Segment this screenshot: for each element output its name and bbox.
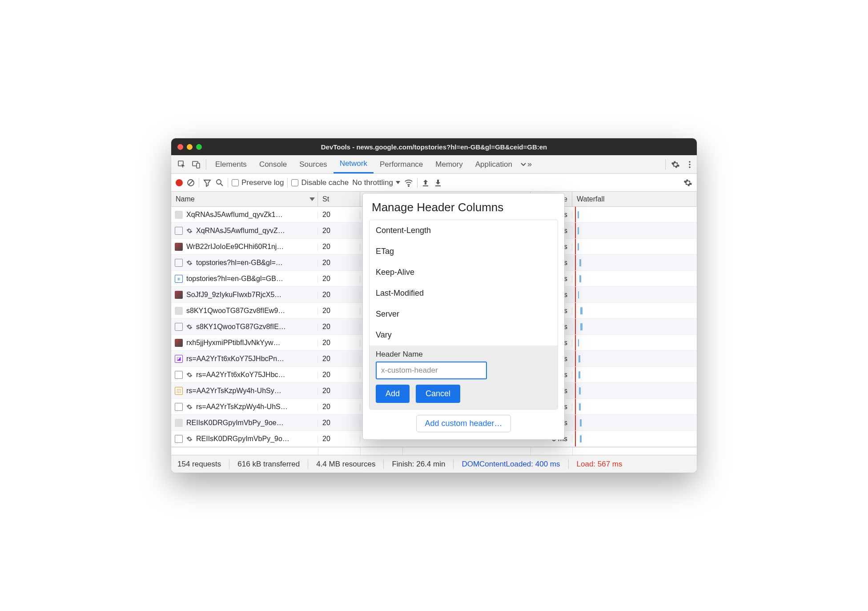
svg-point-4 [689, 164, 691, 165]
header-column-item[interactable]: Keep-Alive [370, 262, 558, 283]
disable-cache-label: Disable cache [301, 178, 349, 187]
status-transferred: 616 kB transferred [237, 460, 300, 469]
tab-application[interactable]: Application [469, 155, 518, 173]
network-settings-icon[interactable] [683, 178, 692, 187]
svg-point-7 [217, 180, 221, 184]
import-har-icon[interactable] [421, 178, 430, 187]
request-name: rs=AA2YrTt6xKoY75JHbc… [196, 371, 285, 379]
minimize-window-button[interactable] [187, 144, 193, 150]
preserve-log-checkbox[interactable]: Preserve log [232, 178, 284, 187]
request-status: 20 [318, 291, 360, 299]
outline-file-icon [175, 403, 183, 411]
tab-performance[interactable]: Performance [374, 155, 429, 173]
search-icon[interactable] [215, 178, 224, 187]
gear-icon [186, 228, 193, 234]
purple-file-icon: ◪ [175, 355, 183, 363]
waterfall-cell [572, 399, 697, 414]
waterfall-cell [572, 207, 697, 222]
kebab-menu-icon[interactable] [683, 157, 697, 172]
sort-caret-icon [309, 197, 315, 201]
img-file-icon [175, 243, 183, 251]
waterfall-cell [572, 383, 697, 398]
inspect-element-icon[interactable] [175, 157, 189, 172]
request-name: XqRNAsJ5AwfIumd_qyvZk1… [186, 211, 283, 219]
header-name-input[interactable] [376, 362, 487, 379]
dialog-title: Manage Header Columns [363, 193, 564, 220]
status-requests: 154 requests [177, 460, 221, 469]
more-tabs-icon[interactable]: » [518, 157, 533, 172]
status-finish: Finish: 26.4 min [392, 460, 445, 469]
column-status[interactable]: St [318, 192, 360, 206]
settings-icon[interactable] [668, 157, 683, 172]
request-name: rxh5jjHyxmiPPtibfIJvNkYyw… [186, 339, 281, 347]
record-button[interactable] [176, 179, 183, 186]
column-waterfall[interactable]: Waterfall [572, 192, 697, 206]
disable-cache-checkbox[interactable]: Disable cache [291, 178, 349, 187]
waterfall-cell [572, 271, 697, 286]
generic-file-icon [175, 211, 183, 219]
img-file-icon [175, 339, 183, 347]
request-status: 20 [318, 419, 360, 427]
waterfall-cell [572, 367, 697, 382]
export-har-icon[interactable] [434, 178, 442, 187]
outline-file-icon [175, 371, 183, 379]
request-status: 20 [318, 339, 360, 347]
request-status: 20 [318, 435, 360, 443]
tab-network[interactable]: Network [334, 155, 374, 173]
request-name: rs=AA2YrTt6xKoY75JHbcPn… [186, 355, 284, 363]
cancel-button[interactable]: Cancel [416, 385, 460, 403]
waterfall-cell [572, 287, 697, 302]
tab-elements[interactable]: Elements [209, 155, 253, 173]
throttling-select[interactable]: No throttling [352, 178, 400, 187]
filter-icon[interactable] [203, 178, 212, 187]
tab-memory[interactable]: Memory [429, 155, 469, 173]
column-status-label: St [322, 195, 329, 203]
header-column-item[interactable]: Server [370, 304, 558, 325]
header-column-item[interactable]: ETag [370, 241, 558, 262]
add-custom-header-button[interactable]: Add custom header… [416, 415, 510, 432]
header-column-item[interactable]: Content-Length [370, 220, 558, 241]
svg-point-8 [408, 185, 409, 186]
manage-header-columns-dialog: Manage Header Columns Content-LengthETag… [362, 193, 565, 440]
generic-file-icon [175, 419, 183, 427]
zoom-window-button[interactable] [196, 144, 202, 150]
gear-icon [186, 260, 193, 266]
tab-console[interactable]: Console [253, 155, 293, 173]
gear-icon [186, 436, 193, 442]
header-column-list: Content-LengthETagKeep-AliveLast-Modifie… [369, 220, 558, 410]
close-window-button[interactable] [177, 144, 183, 150]
add-button[interactable]: Add [376, 385, 410, 403]
column-waterfall-label: Waterfall [577, 195, 605, 203]
orange-file-icon: ◫ [175, 387, 183, 395]
request-name: REIIsK0DRGpyImVbPy_9oe… [186, 419, 284, 427]
devtools-window: DevTools - news.google.com/topstories?hl… [171, 138, 697, 473]
preserve-log-label: Preserve log [241, 178, 284, 187]
column-name[interactable]: Name [171, 192, 318, 206]
svg-point-3 [689, 161, 691, 163]
header-column-item[interactable]: Vary [370, 325, 558, 346]
waterfall-cell [572, 319, 697, 334]
request-name: REIIsK0DRGpyImVbPy_9o… [196, 435, 289, 443]
request-status: 20 [318, 307, 360, 315]
header-column-item[interactable]: Last-Modified [370, 283, 558, 304]
img-file-icon [175, 291, 183, 299]
request-name: topstories?hl=en-GB&gl=… [196, 259, 283, 267]
request-name: s8KY1QwooTG87Gzv8fIE… [196, 323, 286, 331]
svg-point-5 [689, 166, 691, 168]
device-toolbar-icon[interactable] [189, 157, 203, 172]
throttling-value: No throttling [352, 178, 393, 187]
generic-file-icon [175, 307, 183, 315]
waterfall-cell [572, 303, 697, 318]
svg-rect-2 [197, 163, 200, 168]
request-name: topstories?hl=en-GB&gl=GB… [186, 275, 283, 283]
header-name-label: Header Name [376, 350, 551, 359]
clear-icon[interactable] [186, 178, 195, 187]
window-title: DevTools - news.google.com/topstories?hl… [171, 143, 697, 151]
request-name: WrB22rIJoIoEe9CHhi60R1nj… [186, 243, 284, 251]
request-status: 20 [318, 211, 360, 219]
caret-down-icon [396, 181, 400, 184]
titlebar: DevTools - news.google.com/topstories?hl… [171, 138, 697, 155]
tab-sources[interactable]: Sources [293, 155, 333, 173]
network-conditions-icon[interactable] [404, 178, 414, 188]
gear-icon [186, 404, 193, 410]
